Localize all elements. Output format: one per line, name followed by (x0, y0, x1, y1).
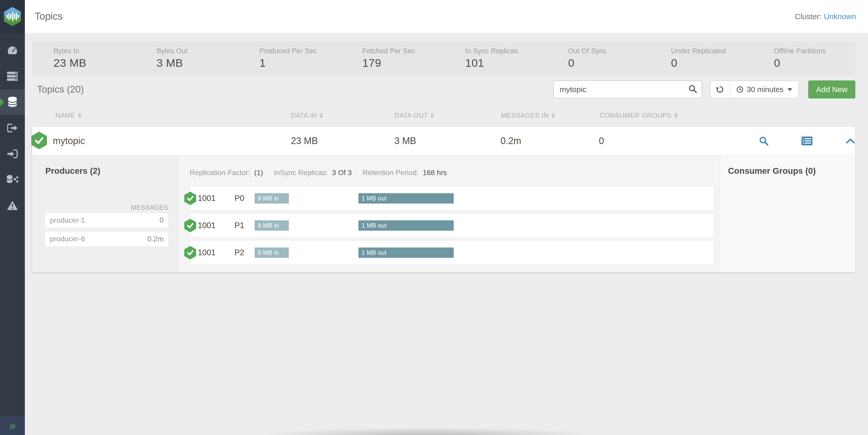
topic-detail-panel: Producers (2) MESSAGES producer-1 0 prod… (32, 155, 855, 272)
producer-messages: 0 (159, 216, 163, 225)
sidebar-nav (0, 33, 25, 219)
cluster-link[interactable]: Unknown (824, 12, 856, 21)
broker-id: 1001 (198, 221, 216, 230)
stat-bytes-in: Bytes In 23 MB (32, 47, 135, 69)
stat-value: 0 (774, 57, 855, 69)
list-item-producer[interactable]: producer-1 0 (45, 213, 168, 228)
column-header-consumer-groups[interactable]: CONSUMER GROUPS (600, 111, 678, 120)
sort-icon (551, 113, 555, 118)
sidebar-item-data-in[interactable] (0, 141, 25, 167)
stat-label: Bytes Out (157, 47, 238, 55)
topic-data-view-icon[interactable] (802, 137, 812, 145)
refresh-button[interactable] (710, 81, 730, 98)
topic-healthy-icon (31, 132, 47, 150)
stat-produced-per-sec: Produced Per Sec 1 (238, 47, 341, 69)
main-content: Bytes In 23 MB Bytes Out 3 MB Produced P… (32, 33, 855, 272)
broker-id: 1001 (198, 194, 216, 203)
sort-icon (78, 113, 82, 118)
stat-label: In Sync Replicas (465, 47, 547, 55)
stat-in-sync-replicas: In Sync Replicas 101 (444, 47, 547, 69)
producer-name: producer-6 (50, 235, 85, 243)
bottom-shadow (197, 428, 657, 435)
search-icon[interactable] (688, 84, 698, 95)
partitions-panel: Replication Factor: (1) InSync Replicas:… (179, 155, 720, 272)
partition-healthy-icon (184, 219, 196, 232)
column-header-data-out[interactable]: DATA OUT (394, 111, 434, 120)
page-title: Topics (35, 11, 63, 22)
stat-value: 23 MB (54, 57, 135, 69)
topic-search (553, 80, 702, 99)
consumer-groups-panel: Consumer Groups (0) (720, 155, 855, 272)
sort-icon (674, 113, 678, 118)
partition-healthy-icon (184, 192, 196, 205)
add-new-button[interactable]: Add New (808, 80, 855, 99)
stats-bar: Bytes In 23 MB Bytes Out 3 MB Produced P… (32, 41, 855, 75)
stat-bytes-out: Bytes Out 3 MB (135, 47, 238, 69)
data-in-bar: 8 MB in (255, 193, 289, 204)
search-input[interactable] (553, 80, 702, 99)
producers-panel: Producers (2) MESSAGES producer-1 0 prod… (32, 155, 179, 272)
active-item-arrow-icon (0, 98, 4, 106)
inspect-topic-icon[interactable] (758, 136, 769, 146)
partition-id: P1 (235, 221, 244, 230)
partition-id: P0 (235, 194, 244, 203)
partition-healthy-icon (184, 246, 196, 259)
producer-name: producer-1 (50, 216, 85, 225)
column-header-data-in[interactable]: DATA IN (291, 111, 323, 120)
topic-data-out: 3 MB (394, 136, 416, 146)
sidebar-item-connectors[interactable] (0, 167, 25, 193)
sidebar-item-alerts[interactable] (0, 193, 25, 219)
stat-value: 1 (259, 57, 341, 69)
servers-icon (7, 72, 18, 81)
column-header-name[interactable]: NAME (55, 111, 82, 120)
broker-id: 1001 (198, 248, 216, 257)
chevron-up-icon[interactable] (845, 138, 855, 144)
stat-value: 3 MB (157, 57, 238, 69)
sidebar-item-topics[interactable] (0, 89, 25, 115)
column-header-messages-in[interactable]: MESSAGES IN (501, 111, 555, 120)
sign-out-icon (7, 124, 18, 132)
data-in-bar: 8 MB in (255, 247, 289, 258)
sidebar-item-dashboard[interactable] (0, 37, 25, 63)
refresh-time-group: 30 minutes (710, 80, 799, 99)
topic-messages-in: 0.2m (500, 136, 521, 146)
app-logo[interactable] (0, 0, 25, 33)
replication-factor-value: (1) (254, 169, 263, 177)
sidebar-expand-button[interactable]: » (0, 416, 25, 435)
stat-label: Fetched Per Sec (362, 47, 444, 55)
stat-value: 0 (671, 57, 752, 69)
topics-table-header: NAME DATA IN DATA OUT MESSAGES IN CONSUM… (32, 104, 855, 127)
list-item-producer[interactable]: producer-6 0.2m (45, 232, 168, 246)
stat-value: 0 (568, 57, 650, 69)
tachometer-icon (7, 45, 18, 55)
topic-data-in: 23 MB (291, 136, 318, 146)
messages-column-header: MESSAGES (45, 204, 168, 211)
topics-title: Topics (20) (32, 84, 84, 95)
retention-period-label: Retention Period: (363, 169, 418, 177)
time-range-dropdown[interactable]: 30 minutes (730, 81, 798, 98)
sidebar-item-data-out[interactable] (0, 115, 25, 141)
double-chevron-right-icon: » (9, 419, 16, 432)
topics-controls: 30 minutes Add New (553, 80, 855, 99)
data-in-bar: 8 MB in (255, 220, 289, 231)
stat-label: Out Of Sync (568, 47, 650, 55)
retention-period-value: 168 hrs (423, 169, 447, 177)
table-row[interactable]: mytopic 23 MB 3 MB 0.2m 0 (32, 127, 855, 155)
data-out-bar: 1 MB out (359, 220, 454, 231)
cluster-indicator: Cluster: Unknown (795, 12, 856, 21)
consumer-groups-title: Consumer Groups (0) (720, 155, 855, 176)
topic-config-summary: Replication Factor: (1) InSync Replicas:… (190, 169, 447, 177)
database-share-icon (6, 175, 19, 185)
partition-row: 1001 P2 8 MB in 1 MB out (190, 240, 714, 265)
sidebar-item-brokers[interactable] (0, 63, 25, 89)
clock-icon (736, 86, 744, 93)
data-out-bar: 1 MB out (359, 247, 454, 258)
insync-replicas-value: 3 Of 3 (332, 169, 352, 177)
stat-under-replicated: Under Replicated 0 (650, 47, 752, 69)
top-bar: Topics Cluster: Unknown (25, 0, 868, 33)
partition-row: 1001 P1 8 MB in 1 MB out (190, 213, 714, 238)
partitions-list: 1001 P0 8 MB in 1 MB out 1001 (190, 186, 714, 267)
sort-icon (319, 113, 323, 118)
refresh-icon (716, 85, 724, 94)
stat-label: Under Replicated (671, 47, 752, 55)
